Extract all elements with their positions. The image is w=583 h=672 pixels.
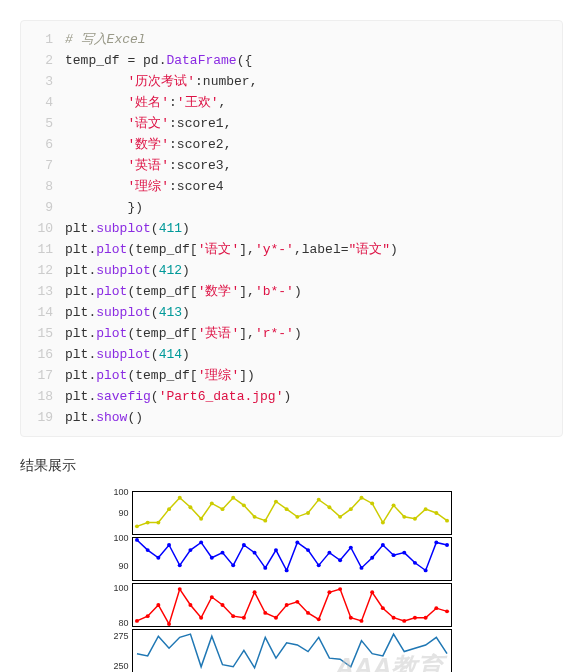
code-line: 11plt.plot(temp_df['语文'],'y*-',label="语文… (21, 239, 562, 260)
svg-point-76 (306, 611, 310, 615)
svg-point-49 (338, 558, 342, 562)
svg-point-56 (412, 561, 416, 565)
svg-point-2 (156, 521, 160, 525)
svg-point-75 (295, 600, 299, 604)
line-content: temp_df = pd.DataFrame({ (65, 50, 252, 71)
line-number: 17 (21, 365, 65, 386)
svg-point-72 (263, 611, 267, 615)
svg-point-30 (134, 538, 138, 542)
line-content: plt.subplot(414) (65, 344, 190, 365)
svg-point-3 (167, 507, 171, 511)
y-axis-ticks: 90100 (105, 492, 131, 534)
svg-point-71 (252, 590, 256, 594)
svg-point-68 (220, 603, 224, 607)
code-line: 2temp_df = pd.DataFrame({ (21, 50, 562, 71)
svg-point-20 (348, 507, 352, 511)
code-line: 8 '理综':score4 (21, 176, 562, 197)
y-tick: 275 (113, 631, 128, 641)
y-axis-ticks: 250275 (105, 630, 131, 672)
subplot-英语: 80100 (132, 583, 452, 627)
svg-point-28 (434, 511, 438, 515)
svg-point-53 (380, 543, 384, 547)
y-tick: 90 (118, 508, 128, 518)
svg-point-27 (423, 507, 427, 511)
line-content: '历次考试':number, (65, 71, 257, 92)
svg-point-24 (391, 503, 395, 507)
svg-point-61 (145, 614, 149, 618)
line-content: plt.show() (65, 407, 143, 428)
svg-point-33 (167, 543, 171, 547)
svg-point-21 (359, 496, 363, 500)
svg-point-69 (231, 614, 235, 618)
svg-point-60 (134, 619, 138, 623)
svg-point-34 (177, 563, 181, 567)
line-number: 1 (21, 29, 65, 50)
svg-point-46 (306, 548, 310, 552)
svg-point-18 (327, 505, 331, 509)
line-number: 4 (21, 92, 65, 113)
svg-point-31 (145, 548, 149, 552)
line-content: plt.plot(temp_df['语文'],'y*-',label="语文") (65, 239, 398, 260)
svg-point-84 (391, 616, 395, 620)
code-block: 1# 写入Excel2temp_df = pd.DataFrame({3 '历次… (20, 20, 563, 437)
svg-point-32 (156, 556, 160, 560)
svg-point-36 (199, 541, 203, 545)
svg-point-26 (412, 517, 416, 521)
svg-point-7 (209, 502, 213, 506)
line-number: 13 (21, 281, 65, 302)
chart-container: 901009010080100250275051015202530 (132, 491, 452, 672)
line-content: '语文':score1, (65, 113, 231, 134)
svg-point-73 (273, 616, 277, 620)
chart-area: 901009010080100250275051015202530 AAA教育 (20, 491, 563, 672)
svg-point-14 (284, 507, 288, 511)
y-tick: 80 (118, 618, 128, 628)
line-number: 8 (21, 176, 65, 197)
svg-point-42 (263, 566, 267, 570)
svg-point-44 (284, 569, 288, 573)
y-tick: 250 (113, 661, 128, 671)
svg-point-6 (199, 517, 203, 521)
line-number: 9 (21, 197, 65, 218)
line-number: 15 (21, 323, 65, 344)
code-line: 3 '历次考试':number, (21, 71, 562, 92)
svg-point-89 (445, 609, 449, 613)
svg-point-29 (445, 519, 449, 523)
code-line: 10plt.subplot(411) (21, 218, 562, 239)
line-number: 2 (21, 50, 65, 71)
svg-point-1 (145, 521, 149, 525)
line-content: '数学':score2, (65, 134, 231, 155)
line-content: plt.savefig('Part6_data.jpg') (65, 386, 291, 407)
charts-wrapper: 901009010080100250275051015202530 AAA教育 (132, 491, 452, 672)
code-line: 12plt.subplot(412) (21, 260, 562, 281)
svg-point-39 (231, 563, 235, 567)
line-number: 12 (21, 260, 65, 281)
line-number: 18 (21, 386, 65, 407)
subplot-语文: 90100 (132, 491, 452, 535)
line-content: '英语':score3, (65, 155, 231, 176)
svg-point-25 (402, 515, 406, 519)
line-number: 16 (21, 344, 65, 365)
code-line: 13plt.plot(temp_df['数学'],'b*-') (21, 281, 562, 302)
svg-point-83 (380, 606, 384, 610)
svg-point-66 (199, 616, 203, 620)
svg-point-0 (134, 524, 138, 528)
code-line: 17plt.plot(temp_df['理综']) (21, 365, 562, 386)
svg-point-8 (220, 507, 224, 511)
svg-point-16 (306, 511, 310, 515)
svg-point-55 (402, 551, 406, 555)
line-number: 14 (21, 302, 65, 323)
subplot-数学: 90100 (132, 537, 452, 581)
line-content: '姓名':'王欢', (65, 92, 226, 113)
svg-point-64 (177, 587, 181, 591)
svg-point-80 (348, 616, 352, 620)
svg-point-17 (316, 498, 320, 502)
svg-point-57 (423, 569, 427, 573)
line-content: '理综':score4 (65, 176, 224, 197)
svg-point-35 (188, 548, 192, 552)
svg-point-63 (167, 622, 171, 626)
code-line: 6 '数学':score2, (21, 134, 562, 155)
svg-point-74 (284, 603, 288, 607)
y-tick: 100 (113, 487, 128, 497)
svg-point-85 (402, 619, 406, 623)
svg-point-10 (241, 503, 245, 507)
